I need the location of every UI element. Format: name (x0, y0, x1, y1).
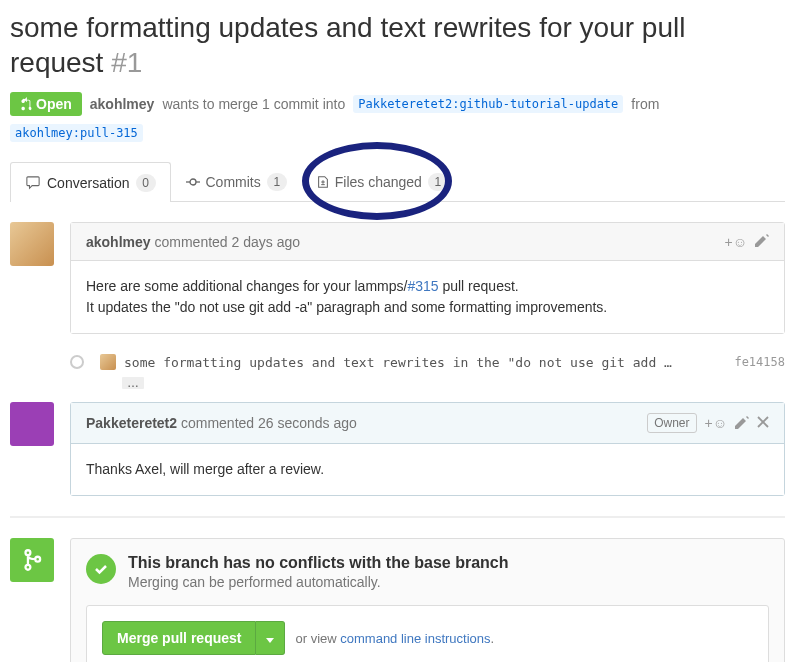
tab-commits-label: Commits (206, 174, 261, 190)
tab-conversation[interactable]: Conversation 0 (10, 162, 171, 202)
tab-files-count: 1 (428, 173, 448, 191)
merge-section: This branch has no conflicts with the ba… (10, 538, 785, 662)
comment-time[interactable]: 2 days ago (232, 234, 301, 250)
comment-author[interactable]: Pakketeretet2 (86, 415, 177, 431)
file-diff-icon (317, 175, 329, 189)
comment-header: akohlmey commented 2 days ago +☺ (71, 223, 784, 261)
commit-row: some formatting updates and text rewrite… (70, 346, 785, 378)
tab-commits[interactable]: Commits 1 (171, 162, 302, 201)
merge-actions: Merge pull request or view command line … (86, 605, 769, 662)
tab-commits-count: 1 (267, 173, 287, 191)
period: . (491, 631, 495, 646)
comment-body: Here are some additional changes for you… (71, 261, 784, 333)
comment-1: akohlmey commented 2 days ago +☺ Here ar… (10, 222, 785, 334)
tab-conversation-label: Conversation (47, 175, 130, 191)
chevron-down-icon (266, 638, 274, 643)
git-merge-icon (21, 547, 43, 573)
commit-icon (186, 175, 200, 189)
base-branch[interactable]: Pakketeretet2:github-tutorial-update (353, 95, 623, 113)
avatar[interactable] (10, 222, 54, 266)
merge-text-1: wants to merge 1 commit into (162, 96, 345, 112)
body-text-b: pull request. (439, 278, 519, 294)
timeline: akohlmey commented 2 days ago +☺ Here ar… (10, 222, 785, 662)
pr-title: some formatting updates and text rewrite… (10, 10, 785, 80)
divider (10, 516, 785, 518)
comment-box: Pakketeretet2 commented 26 seconds ago O… (70, 402, 785, 496)
comment-time[interactable]: 26 seconds ago (258, 415, 357, 431)
body-text: Here are some additional changes for you… (86, 278, 407, 294)
commit-sha[interactable]: fe14158 (734, 355, 785, 369)
head-branch[interactable]: akohlmey:pull-315 (10, 124, 143, 142)
comment-header: Pakketeretet2 commented 26 seconds ago O… (71, 403, 784, 444)
add-reaction-icon[interactable]: +☺ (705, 415, 727, 431)
close-icon[interactable] (757, 415, 769, 431)
expand-commit-button[interactable]: … (122, 377, 144, 389)
merge-dropdown-button[interactable] (256, 621, 285, 655)
merge-status-title: This branch has no conflicts with the ba… (128, 554, 509, 572)
svg-point-0 (190, 179, 196, 185)
add-reaction-icon[interactable]: +☺ (725, 234, 747, 250)
pr-meta: Open akohlmey wants to merge 1 commit in… (10, 92, 785, 142)
cmdline-link[interactable]: command line instructions (340, 631, 490, 646)
git-pr-icon (20, 97, 32, 111)
merge-status: This branch has no conflicts with the ba… (71, 539, 784, 605)
merge-or-text: or view (295, 631, 340, 646)
tab-files-label: Files changed (335, 174, 422, 190)
tab-files-changed[interactable]: Files changed 1 (302, 162, 463, 201)
merge-alt-text: or view command line instructions. (295, 631, 494, 646)
body-text-2: It updates the "do not use git add -a" p… (86, 297, 769, 318)
merge-status-sub: Merging can be performed automatically. (128, 574, 509, 590)
pr-tabs: Conversation 0 Commits 1 Files changed 1 (10, 162, 785, 202)
commit-message[interactable]: some formatting updates and text rewrite… (124, 355, 726, 370)
merge-icon-box (10, 538, 54, 582)
pr-author-link[interactable]: akohlmey (90, 96, 155, 112)
comment-action: commented (154, 234, 227, 250)
avatar[interactable] (10, 402, 54, 446)
edit-icon[interactable] (755, 233, 769, 250)
comment-box: akohlmey commented 2 days ago +☺ Here ar… (70, 222, 785, 334)
merge-panel: This branch has no conflicts with the ba… (70, 538, 785, 662)
owner-badge: Owner (647, 413, 696, 433)
pr-number: #1 (111, 47, 142, 78)
svg-marker-8 (266, 638, 274, 643)
commit-avatar[interactable] (100, 354, 116, 370)
comment-action: commented (181, 415, 254, 431)
check-icon (86, 554, 116, 584)
comment-body: Thanks Axel, will merge after a review. (71, 444, 784, 495)
merge-pr-button[interactable]: Merge pull request (102, 621, 256, 655)
body-text: Thanks Axel, will merge after a review. (86, 459, 769, 480)
state-badge-open: Open (10, 92, 82, 116)
edit-icon[interactable] (735, 415, 749, 432)
merge-text-2: from (631, 96, 659, 112)
tab-conversation-count: 0 (136, 174, 156, 192)
comment-author[interactable]: akohlmey (86, 234, 151, 250)
comment-2: Pakketeretet2 commented 26 seconds ago O… (10, 402, 785, 496)
issue-link[interactable]: #315 (407, 278, 438, 294)
comment-icon (25, 176, 41, 190)
state-label: Open (36, 96, 72, 112)
